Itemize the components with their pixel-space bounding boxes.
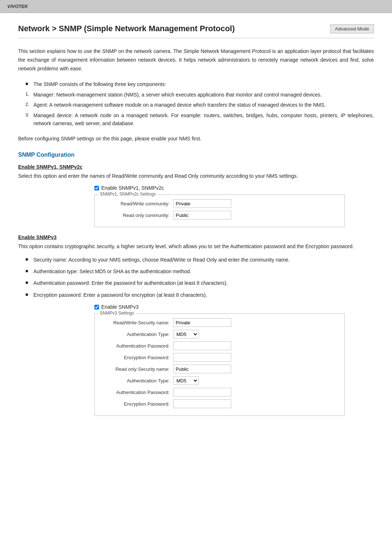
snmpv3-rw-security-input[interactable] [173,318,231,327]
snmpv3-rw-security-row: Read/Write Security name: [101,318,339,327]
snmpv1-checkbox-row[interactable]: Enable SNMPv1, SNMPv2c [94,185,374,191]
snmpv3-subsection-heading: Enable SNMPv3 [18,234,374,240]
snmpv3-description: This option contains cryptographic secur… [18,242,374,250]
snmpv3-ro-auth-type-select[interactable]: MD5 SHA [173,376,199,385]
snmpv3-bullet-icon-1: ■ [25,256,33,264]
snmpv3-ro-security-label: Read only Security name: [101,366,173,372]
page-title-text: Network > SNMP (Simple Network Managemen… [18,24,235,33]
intro-description: This section explains how to use the SNM… [18,47,374,73]
snmpv1-ro-community-input[interactable] [173,211,231,219]
snmpv3-rw-enc-pass-label: Encryption Password: [101,355,173,360]
snmpv3-bullet-icon-2: ■ [25,267,33,275]
snmpv3-checkbox-row[interactable]: Enable SNMPv3 [94,304,374,310]
snmpv3-settings-title: SNMPv3 Settings [98,311,135,316]
snmp-components-list: ■ The SNMP consists of the following thr… [25,80,374,127]
snmpv3-ro-auth-pass-input[interactable] [173,388,231,397]
snmpv3-ro-enc-pass-input[interactable] [173,399,231,408]
bullet-item-3: 3. Managed device: A network node on a m… [25,111,374,128]
bullet-text-2: Agent: A network-management software mod… [33,101,374,109]
bullet-num-2: 2. [25,101,33,109]
snmpv1-rw-community-input[interactable] [173,199,231,208]
snmpv1-description: Select this option and enter the names o… [18,172,374,180]
snmpv3-bullets: ■ Security name: According to your NMS s… [25,256,374,299]
snmpv3-bullet-4: ■ Encryption password: Enter a password … [25,291,374,299]
page-header: Network > SNMP (Simple Network Managemen… [18,24,374,38]
snmpv3-checkbox[interactable] [94,305,99,309]
snmpv1-ro-community-label: Read only community: [101,213,173,218]
snmpv3-bullet-text-3: Authentication password: Enter the passw… [33,279,374,287]
snmpv3-ro-enc-pass-label: Encryption Password: [101,401,173,407]
brand-logo: VIVOTEK [7,4,28,9]
snmpv3-ro-enc-pass-row: Encryption Password: [101,399,339,408]
snmpv3-rw-auth-pass-label: Authentication Password: [101,343,173,349]
snmpv3-rw-auth-pass-input[interactable] [173,341,231,350]
bullet-header-text: The SNMP consists of the following three… [33,80,374,88]
snmpv3-ro-security-input[interactable] [173,365,231,373]
snmpv3-bullet-text-4: Encryption password: Enter a password fo… [33,291,374,299]
snmpv1-settings-title: SNMPv1, SNMPv2c Settings [98,192,157,197]
snmpv3-rw-auth-type-row: Authentication Type: MD5 SHA [101,330,339,338]
main-content: Network > SNMP (Simple Network Managemen… [0,13,392,554]
snmpv1-settings-box: SNMPv1, SNMPv2c Settings Read/Write comm… [94,194,345,227]
bullet-item-2: 2. Agent: A network-management software … [25,101,374,109]
snmpv3-bullet-text-2: Authentication type: Select MD5 or SHA a… [33,267,374,275]
snmpv3-rw-enc-pass-input[interactable] [173,353,231,362]
snmpv1-subsection-heading: Enable SNMPv1, SNMPv2c [18,164,374,170]
snmpv3-bullet-icon-4: ■ [25,291,33,299]
top-bar: VIVOTEK [0,0,392,13]
snmpv3-rw-auth-type-select[interactable]: MD5 SHA [173,330,199,338]
snmpv3-ro-auth-type-row: Authentication Type: MD5 SHA [101,376,339,385]
bullet-text-3: Managed device: A network node on a mana… [33,111,374,128]
snmpv3-section: Enable SNMPv3 This option contains crypt… [18,234,374,416]
bullet-text-1: Manager: Network-management station (NMS… [33,91,374,99]
snmpv1-rw-community-label: Read/Write community: [101,201,173,206]
snmpv1-ro-community-row: Read only community: [101,211,339,219]
bullet-header-item: ■ The SNMP consists of the following thr… [25,80,374,88]
before-config-text: Before configuring SNMP settings on the … [18,135,374,143]
snmpv3-rw-auth-type-label: Authentication Type: [101,332,173,337]
snmpv3-bullet-3: ■ Authentication password: Enter the pas… [25,279,374,287]
snmpv3-bullet-1: ■ Security name: According to your NMS s… [25,256,374,264]
snmpv3-settings-box: SNMPv3 Settings Read/Write Security name… [94,313,345,416]
snmpv3-bullet-text-1: Security name: According to your NMS set… [33,256,374,264]
snmpv3-ro-auth-pass-label: Authentication Password: [101,390,173,395]
snmpv3-rw-enc-pass-row: Encryption Password: [101,353,339,362]
snmpv1-checkbox[interactable] [94,186,99,190]
snmpv3-bullet-icon-3: ■ [25,279,33,287]
bullet-num-3: 3. [25,111,33,128]
snmpv3-ro-security-row: Read only Security name: [101,365,339,373]
snmpv1-rw-community-row: Read/Write community: [101,199,339,208]
bullet-item-1: 1. Manager: Network-management station (… [25,91,374,99]
snmpv1-section: Enable SNMPv1, SNMPv2c Select this optio… [18,164,374,227]
snmpv3-ro-auth-type-label: Authentication Type: [101,378,173,383]
snmpv3-bullet-2: ■ Authentication type: Select MD5 or SHA… [25,267,374,275]
advanced-mode-button[interactable]: Advanced Mode [330,24,374,33]
bullet-num-1: 1. [25,91,33,99]
snmp-config-heading: SNMP Configuration [18,152,374,158]
bullet-square-icon: ■ [25,80,33,88]
snmpv3-rw-auth-pass-row: Authentication Password: [101,341,339,350]
page-title: Network > SNMP (Simple Network Managemen… [18,24,330,33]
snmpv3-rw-security-label: Read/Write Security name: [101,320,173,325]
snmpv3-ro-auth-pass-row: Authentication Password: [101,388,339,397]
snmpv1-checkbox-label: Enable SNMPv1, SNMPv2c [101,185,164,191]
snmpv3-checkbox-label: Enable SNMPv3 [101,304,139,310]
